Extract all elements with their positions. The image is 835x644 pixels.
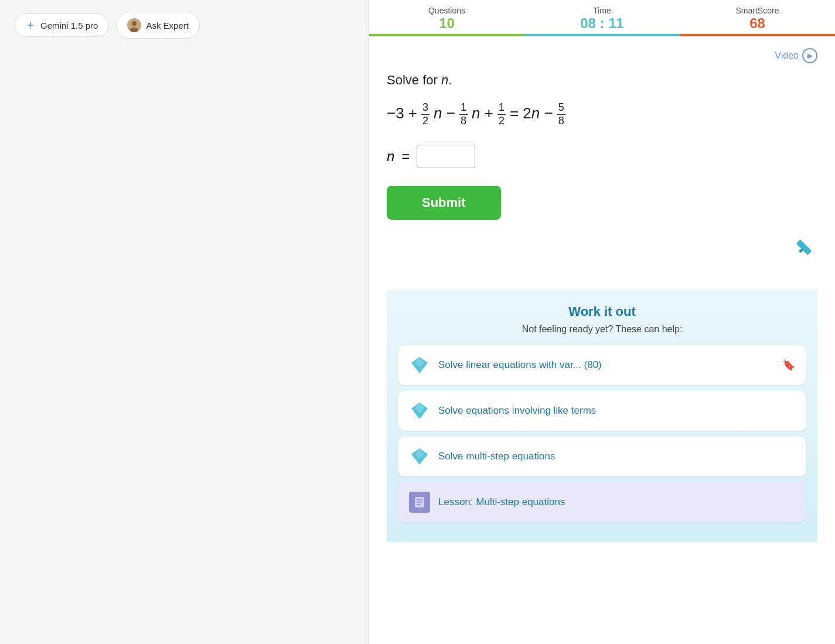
svg-point-1 <box>130 28 138 32</box>
time-value: 08 : 11 <box>580 15 624 32</box>
gemini-label: Gemini 1.5 pro <box>40 21 98 30</box>
bookmark-icon-1: 🔖 <box>782 359 795 372</box>
left-panel: Gemini 1.5 pro Ask Expert <box>0 0 369 644</box>
time-stat: Time 08 : 11 <box>524 0 680 36</box>
submit-button[interactable]: Submit <box>387 186 501 220</box>
work-it-out-title: Work it out <box>398 304 806 319</box>
resource-card-1[interactable]: Solve linear equations with var... (80) … <box>398 345 806 385</box>
answer-n-label: n <box>387 148 394 165</box>
eq-frac1: 3 2 <box>421 100 430 127</box>
smartscore-label: SmartScore <box>736 6 779 15</box>
ask-expert-label: Ask Expert <box>146 21 189 30</box>
content-area: Video ▶ Solve for n. −3 + 3 2 n − 1 8 <box>369 36 835 644</box>
sparkle-icon <box>25 20 36 30</box>
smartscore-value: 68 <box>749 15 765 32</box>
toolbar: Gemini 1.5 pro Ask Expert <box>14 12 355 39</box>
video-play-icon: ▶ <box>802 48 817 63</box>
equation-display: −3 + 3 2 n − 1 8 n + 1 2 = <box>387 100 817 127</box>
eq-frac2: 1 8 <box>459 100 468 127</box>
svg-point-0 <box>132 21 137 26</box>
answer-row: n = <box>387 145 817 168</box>
eq-equals: = 2n − <box>510 100 553 127</box>
eq-n2: n + <box>472 100 493 127</box>
expert-avatar <box>127 18 141 32</box>
eq-neg3: −3 + <box>387 100 417 127</box>
video-label: Video <box>775 50 799 61</box>
eq-frac4: 5 8 <box>557 100 566 127</box>
video-link[interactable]: Video ▶ <box>387 48 817 63</box>
variable-n: n <box>441 73 448 87</box>
stats-header: Questions 10 Time 08 : 11 SmartScore 68 <box>369 0 835 36</box>
resource-card-3[interactable]: Solve multi-step equations <box>398 437 806 476</box>
answer-input[interactable] <box>417 145 475 168</box>
ask-expert-button[interactable]: Ask Expert <box>116 12 200 39</box>
resource-text-1: Solve linear equations with var... (80) <box>438 359 774 371</box>
lesson-icon <box>409 492 430 513</box>
pencil-icon[interactable] <box>796 234 817 255</box>
answer-equals: = <box>401 148 410 165</box>
diamond-icon-1 <box>409 355 430 376</box>
right-panel: Questions 10 Time 08 : 11 SmartScore 68 … <box>369 0 835 644</box>
smartscore-stat: SmartScore 68 <box>680 0 835 36</box>
problem-heading: Solve for n. <box>387 73 817 88</box>
questions-stat: Questions 10 <box>369 0 524 36</box>
resource-text-2: Solve equations involving like terms <box>438 405 795 417</box>
resource-text-4: Lesson: Multi-step equations <box>438 496 795 508</box>
questions-label: Questions <box>428 6 465 15</box>
eq-n1: n − <box>434 100 455 127</box>
diamond-icon-2 <box>409 400 430 421</box>
work-it-out-subtitle: Not feeling ready yet? These can help: <box>398 324 806 335</box>
diamond-icon-3 <box>409 446 430 467</box>
pencil-wrapper <box>387 234 817 255</box>
resource-text-3: Solve multi-step equations <box>438 451 795 462</box>
eq-frac3: 1 2 <box>497 100 506 127</box>
questions-value: 10 <box>439 15 455 32</box>
resource-card-2[interactable]: Solve equations involving like terms <box>398 391 806 431</box>
work-it-out-section: Work it out Not feeling ready yet? These… <box>387 290 817 542</box>
gemini-button[interactable]: Gemini 1.5 pro <box>14 13 109 37</box>
resource-card-4[interactable]: Lesson: Multi-step equations <box>398 482 806 522</box>
time-label: Time <box>593 6 611 15</box>
svg-rect-2 <box>796 240 812 255</box>
